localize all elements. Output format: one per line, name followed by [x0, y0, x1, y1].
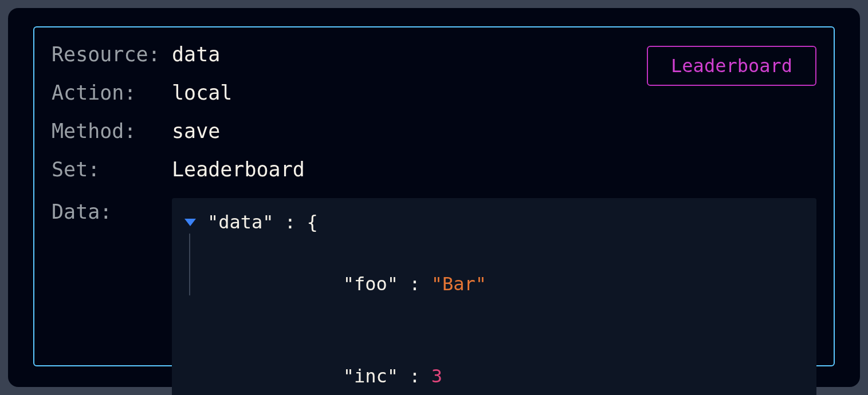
resource-label: Resource: — [52, 45, 172, 65]
leaderboard-button[interactable]: Leaderboard — [647, 46, 816, 86]
json-root-key: "data" — [207, 207, 274, 238]
json-key-foo: "foo" — [343, 273, 398, 295]
request-details-box: Leaderboard Resource: data Action: local… — [33, 26, 835, 366]
collapse-triangle-icon[interactable] — [184, 219, 196, 226]
set-label: Set: — [52, 160, 172, 180]
field-row-set: Set: Leaderboard — [52, 160, 816, 180]
resource-value: data — [172, 45, 220, 65]
json-viewer: "data" : { "foo" : "Bar" "inc" : 3 } — [172, 198, 816, 395]
json-open-brace: : { — [274, 207, 318, 238]
set-value: Leaderboard — [172, 160, 305, 180]
json-guide-line — [189, 234, 190, 295]
data-label: Data: — [52, 198, 172, 223]
json-value-foo: "Bar" — [431, 273, 486, 295]
json-entry-inc: "inc" : 3 — [182, 330, 806, 395]
json-sep-foo: : — [398, 273, 431, 295]
json-value-inc: 3 — [431, 365, 442, 387]
field-row-data: Data: "data" : { "foo" : "Bar" "inc" : 3… — [52, 198, 816, 395]
field-row-method: Method: save — [52, 121, 816, 141]
json-sep-inc: : — [398, 365, 431, 387]
json-key-inc: "inc" — [343, 365, 398, 387]
action-value: local — [172, 83, 232, 103]
method-label: Method: — [52, 121, 172, 141]
action-label: Action: — [52, 83, 172, 103]
request-panel: Leaderboard Resource: data Action: local… — [8, 8, 860, 387]
method-value: save — [172, 121, 220, 141]
field-row-action: Action: local — [52, 83, 816, 103]
json-root-line: "data" : { — [182, 207, 806, 238]
json-entry-foo: "foo" : "Bar" — [182, 238, 806, 330]
